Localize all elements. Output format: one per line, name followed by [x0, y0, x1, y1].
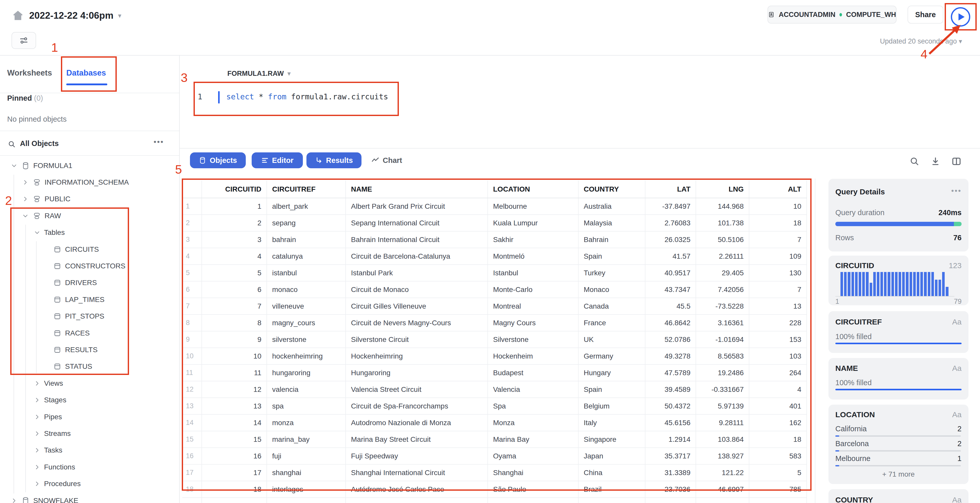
tab-results[interactable]: Results	[307, 153, 361, 168]
duration-value: 240ms	[939, 209, 962, 217]
histogram-bar	[924, 272, 926, 296]
tree-item-label: FORMULA1	[33, 162, 72, 170]
worksheet-context-tab[interactable]: FORMULA1.RAW ▾	[228, 70, 291, 78]
sidebar-item-stages[interactable]: Stages	[0, 392, 179, 408]
schema-icon	[32, 195, 41, 203]
location-stats-card[interactable]: LOCATION Aa California 2 Barcelona 2 Mel…	[829, 405, 969, 484]
divider	[0, 93, 179, 93]
table-cell-name: Indianapolis Motor Speedway	[346, 498, 488, 503]
sidebar-item-functions[interactable]: Functions	[0, 459, 179, 475]
divider	[180, 148, 980, 148]
duration-bar	[835, 222, 962, 226]
tab-editor[interactable]: Editor	[251, 153, 303, 168]
chevron-right-icon[interactable]	[22, 179, 29, 186]
histogram-bar	[862, 272, 865, 296]
sidebar-item-snowflake[interactable]: SNOWFLAKE	[0, 492, 179, 503]
chevron-right-icon[interactable]	[22, 196, 29, 202]
table-cell-id: 19	[202, 498, 267, 503]
sidebar-item-formula1[interactable]: FORMULA1	[0, 157, 179, 174]
chevron-right-icon[interactable]	[33, 464, 41, 471]
circuitref-stats-card[interactable]: CIRCUITREF Aa 100% filled	[829, 311, 969, 353]
filters-button[interactable]	[11, 32, 36, 49]
object-search-row[interactable]: All Objects •••	[0, 137, 179, 151]
show-more-link[interactable]: + 71 more	[829, 470, 969, 478]
tree-item-label: Pipes	[44, 413, 62, 421]
pinned-section-header: Pinned (0)	[7, 94, 43, 102]
histogram-bar	[913, 272, 916, 296]
chevron-down-icon[interactable]	[10, 162, 18, 169]
duration-bar-execution	[835, 222, 954, 226]
chevron-down-icon: ▾	[287, 70, 291, 78]
download-icon	[930, 156, 940, 167]
sidebar-item-views[interactable]: Views	[0, 375, 179, 392]
divider	[815, 178, 815, 503]
divider	[0, 131, 179, 131]
tab-objects[interactable]: Objects	[190, 153, 246, 168]
all-objects-label: All Objects	[20, 139, 59, 148]
no-pinned-message: No pinned objects	[7, 115, 67, 123]
numeric-type-icon: 123	[949, 261, 962, 270]
field-title: CIRCUITREF	[835, 318, 882, 326]
db-icon	[21, 162, 30, 170]
tree-item-label: Views	[44, 379, 63, 387]
chevron-right-icon[interactable]	[33, 414, 41, 420]
tree-item-label: Streams	[44, 430, 71, 438]
country-stats-card[interactable]: COUNTRY Aa	[829, 489, 969, 503]
histogram-bar	[873, 272, 876, 296]
histogram-bar	[888, 272, 890, 296]
search-results-button[interactable]	[909, 156, 920, 167]
chevron-right-icon[interactable]	[33, 380, 41, 387]
sidebar-item-procedures[interactable]: Procedures	[0, 475, 179, 492]
stat-bar	[835, 450, 961, 452]
stat-label: Barcelona	[835, 439, 869, 448]
chevron-down-icon[interactable]: ▾	[118, 12, 121, 20]
stat-bar	[835, 465, 961, 466]
stat-count: 1	[958, 454, 962, 463]
sidebar-item-streams[interactable]: Streams	[0, 425, 179, 442]
sidebar-item-tasks[interactable]: Tasks	[0, 442, 179, 459]
annotation-label-2: 2	[5, 194, 12, 208]
chevron-right-icon[interactable]	[10, 497, 18, 503]
stat-count: 2	[958, 425, 962, 433]
sidebar-tab-worksheets[interactable]: Worksheets	[7, 68, 52, 78]
role-label: ACCOUNTADMIN	[779, 11, 835, 19]
histogram-bar	[880, 272, 883, 296]
badge-icon	[768, 10, 775, 19]
histogram-bar	[840, 272, 843, 296]
histogram-bar	[870, 283, 872, 296]
histogram-bar	[848, 272, 850, 296]
text-type-icon: Aa	[952, 410, 962, 419]
histogram-bar	[917, 272, 920, 296]
chevron-right-icon[interactable]	[33, 481, 41, 487]
more-options-icon[interactable]: •••	[951, 186, 962, 195]
histogram-bar	[902, 272, 905, 296]
table-row[interactable]: 1919indianapolisIndianapolis Motor Speed…	[182, 498, 807, 503]
histogram-bar	[906, 272, 908, 296]
sidebar-item-information_schema[interactable]: INFORMATION_SCHEMA	[0, 174, 179, 191]
tab-chart[interactable]: Chart	[371, 153, 402, 168]
histogram-bar	[939, 280, 941, 296]
tree-item-label: Tasks	[44, 446, 62, 454]
annotation-label-1: 1	[51, 40, 58, 54]
more-options-icon[interactable]: •••	[154, 137, 164, 146]
circuitid-stats-card[interactable]: CIRCUITID 123 1 79	[829, 256, 969, 305]
chevron-right-icon[interactable]	[33, 430, 41, 437]
toggle-panel-button[interactable]	[951, 156, 962, 167]
annotation-label-3: 3	[181, 71, 188, 85]
split-columns-icon	[951, 156, 962, 167]
histogram-min: 1	[835, 298, 839, 306]
name-stats-card[interactable]: NAME Aa 100% filled	[829, 358, 969, 400]
download-results-button[interactable]	[930, 156, 941, 167]
divider	[0, 155, 179, 156]
sidebar-item-pipes[interactable]: Pipes	[0, 409, 179, 425]
db-icon	[21, 497, 30, 503]
tree-item-label: INFORMATION_SCHEMA	[45, 178, 129, 186]
chevron-right-icon[interactable]	[33, 447, 41, 454]
chevron-right-icon[interactable]	[33, 397, 41, 403]
table-cell-lat: 39.795	[645, 498, 696, 503]
home-icon[interactable]	[11, 9, 25, 22]
worksheet-title[interactable]: 2022-12-22 4:06pm	[29, 10, 113, 21]
histogram-bar	[920, 272, 923, 296]
sidebar-item-public[interactable]: PUBLIC	[0, 191, 179, 207]
context-selector[interactable]: ACCOUNTADMIN COMPUTE_WH	[767, 6, 897, 24]
